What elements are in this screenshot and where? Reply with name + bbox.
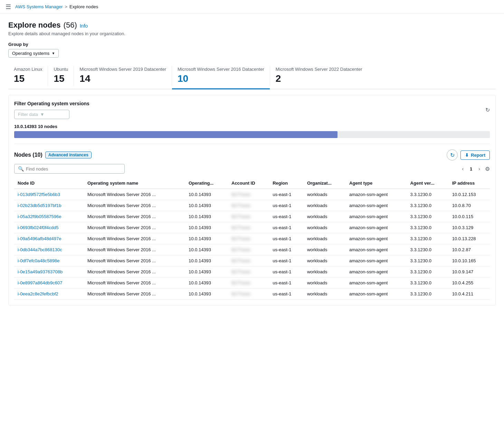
agent-type-cell-5: amazon-ssm-agent — [346, 244, 407, 255]
node-id-cell-1[interactable]: i-02b23db5d5197bf1b — [14, 200, 84, 211]
prev-page-button[interactable]: ‹ — [460, 165, 466, 172]
page-title-row: Explore nodes (56) Info — [8, 21, 496, 30]
node-id-link-7[interactable]: i-0e15a49a93763708b — [18, 269, 63, 274]
blurred-value-9: 9177xxxx — [231, 291, 250, 296]
search-icon: 🔍 — [18, 166, 24, 172]
node-id-link-3[interactable]: i-0693fb024f0f4cdd5 — [18, 225, 59, 230]
agent-ver-cell-0: 3.3.1230.0 — [407, 189, 449, 200]
agent-type-cell-7: amazon-ssm-agent — [346, 266, 407, 277]
table-row: i-0df7efc0a48c5898eMicrosoft Windows Ser… — [14, 255, 490, 266]
agent-type-cell-6: amazon-ssm-agent — [346, 255, 407, 266]
os-tab-3[interactable]: Microsoft Windows Server 2016 Datacenter… — [172, 63, 270, 89]
blurred-value-8: 9177xxxx — [231, 280, 250, 285]
agent-ver-cell-6: 3.3.1230.0 — [407, 255, 449, 266]
region-cell-3: us-east-1 — [269, 222, 304, 233]
col-header-7: Agent ver... — [407, 178, 449, 189]
table-row: i-02b23db5d5197bf1bMicrosoft Windows Ser… — [14, 200, 490, 211]
filter-select-row: Filter Operating system versions Filter … — [14, 101, 490, 119]
node-id-cell-0[interactable]: i-013d9f572f5e5b6b3 — [14, 189, 84, 200]
node-id-link-6[interactable]: i-0df7efc0a48c5898e — [18, 258, 59, 263]
os-tab-0[interactable]: Amazon Linux 15 — [8, 63, 48, 89]
node-id-link-2[interactable]: i-05a32f9b05587596e — [18, 214, 61, 219]
node-id-link-1[interactable]: i-02b23db5d5197bf1b — [18, 203, 61, 208]
os-version-cell-4: 10.0.14393 — [185, 233, 228, 244]
table-row: i-05a32f9b05587596eMicrosoft Windows Ser… — [14, 211, 490, 222]
node-id-cell-3[interactable]: i-0693fb024f0f4cdd5 — [14, 222, 84, 233]
col-header-5: Organizat... — [304, 178, 346, 189]
node-id-cell-6[interactable]: i-0df7efc0a48c5898e — [14, 255, 84, 266]
nodes-refresh-button[interactable]: ↻ — [447, 149, 458, 160]
os-tab-1[interactable]: Ubuntu 15 — [48, 63, 74, 89]
org-cell-2: workloads — [304, 211, 346, 222]
table-row: i-0693fb024f0f4cdd5Microsoft Windows Ser… — [14, 222, 490, 233]
main-content: Explore nodes (56) Info Explore details … — [0, 14, 504, 429]
agent-ver-cell-9: 3.3.1230.0 — [407, 289, 449, 300]
page-subtitle: Explore details about managed nodes in y… — [8, 31, 496, 36]
node-id-link-0[interactable]: i-013d9f572f5e5b6b3 — [18, 192, 60, 197]
ip-cell-8: 10.0.4.255 — [449, 277, 490, 289]
os-tab-name-3: Microsoft Windows Server 2016 Datacenter — [178, 67, 264, 72]
node-id-link-4[interactable]: i-09a5496afb48d497e — [18, 236, 61, 241]
node-id-cell-7[interactable]: i-0e15a49a93763708b — [14, 266, 84, 277]
os-name-cell-1: Microsoft Windows Server 2016 ... — [84, 200, 185, 211]
os-name-cell-4: Microsoft Windows Server 2016 ... — [84, 233, 185, 244]
account-id-cell-4: 9177xxxx — [228, 233, 269, 244]
os-tab-name-2: Microsoft Windows Server 2019 Datacenter — [79, 67, 166, 72]
table-row: i-013d9f572f5e5b6b3Microsoft Windows Ser… — [14, 189, 490, 200]
blurred-value-6: 9177xxxx — [231, 258, 250, 263]
node-id-cell-5[interactable]: i-0db344a7bc868130c — [14, 244, 84, 255]
group-by-select[interactable]: Operating systems ▼ — [8, 49, 59, 58]
os-tab-2[interactable]: Microsoft Windows Server 2019 Datacenter… — [74, 63, 172, 89]
node-id-link-5[interactable]: i-0db344a7bc868130c — [18, 247, 62, 252]
page-title-count: (56) — [64, 21, 77, 30]
col-header-0: Node ID — [14, 178, 84, 189]
col-header-6: Agent type — [346, 178, 407, 189]
group-by-caret-icon: ▼ — [51, 51, 55, 55]
table-row: i-0e15a49a93763708bMicrosoft Windows Ser… — [14, 266, 490, 277]
node-id-link-8[interactable]: i-0e8997a864db9c607 — [18, 280, 62, 285]
node-id-cell-9[interactable]: i-0eea2c8e2fefbcbf2 — [14, 289, 84, 300]
org-cell-8: workloads — [304, 277, 346, 289]
col-header-2: Operating... — [185, 178, 228, 189]
blurred-value-3: 9177xxxx — [231, 225, 250, 230]
ip-cell-2: 10.0.0.115 — [449, 211, 490, 222]
search-input[interactable] — [26, 166, 121, 172]
agent-ver-cell-5: 3.3.1230.0 — [407, 244, 449, 255]
col-header-3: Account ID — [228, 178, 269, 189]
os-name-cell-6: Microsoft Windows Server 2016 ... — [84, 255, 185, 266]
blurred-value-7: 9177xxxx — [231, 269, 250, 274]
node-id-link-9[interactable]: i-0eea2c8e2fefbcbf2 — [18, 291, 58, 296]
filter-select[interactable]: Filter data ▼ — [14, 110, 69, 119]
table-settings-icon[interactable]: ⚙ — [485, 166, 490, 172]
report-button[interactable]: ⬇ Report — [460, 150, 490, 160]
agent-type-cell-4: amazon-ssm-agent — [346, 233, 407, 244]
agent-type-cell-1: amazon-ssm-agent — [346, 200, 407, 211]
breadcrumb-service-link[interactable]: AWS Systems Manager — [15, 4, 63, 9]
search-row: 🔍 ‹ 1 › ⚙ — [14, 164, 490, 174]
account-id-cell-5: 9177xxxx — [228, 244, 269, 255]
account-id-cell-2: 9177xxxx — [228, 211, 269, 222]
org-cell-3: workloads — [304, 222, 346, 233]
account-id-cell-1: 9177xxxx — [228, 200, 269, 211]
node-id-cell-4[interactable]: i-09a5496afb48d497e — [14, 233, 84, 244]
nodes-table: Node IDOperating system nameOperating...… — [14, 178, 490, 300]
agent-type-cell-0: amazon-ssm-agent — [346, 189, 407, 200]
node-id-cell-8[interactable]: i-0e8997a864db9c607 — [14, 277, 84, 289]
region-cell-4: us-east-1 — [269, 233, 304, 244]
node-id-cell-2[interactable]: i-05a32f9b05587596e — [14, 211, 84, 222]
hamburger-icon[interactable]: ☰ — [6, 3, 11, 11]
table-row: i-0eea2c8e2fefbcbf2Microsoft Windows Ser… — [14, 289, 490, 300]
ip-cell-6: 10.0.10.165 — [449, 255, 490, 266]
os-version-cell-3: 10.0.14393 — [185, 222, 228, 233]
filter-refresh-icon[interactable]: ↻ — [485, 107, 490, 113]
os-tab-4[interactable]: Microsoft Windows Server 2022 Datacenter… — [270, 63, 368, 89]
os-tab-name-4: Microsoft Windows Server 2022 Datacenter — [276, 67, 362, 72]
breadcrumb-separator: > — [65, 4, 68, 9]
agent-ver-cell-1: 3.3.1230.0 — [407, 200, 449, 211]
search-box[interactable]: 🔍 — [14, 164, 125, 174]
group-by-label: Group by — [8, 42, 496, 47]
filter-placeholder: Filter data — [18, 112, 38, 117]
info-link[interactable]: Info — [80, 23, 88, 29]
ip-cell-4: 10.0.13.228 — [449, 233, 490, 244]
next-page-button[interactable]: › — [476, 165, 482, 172]
